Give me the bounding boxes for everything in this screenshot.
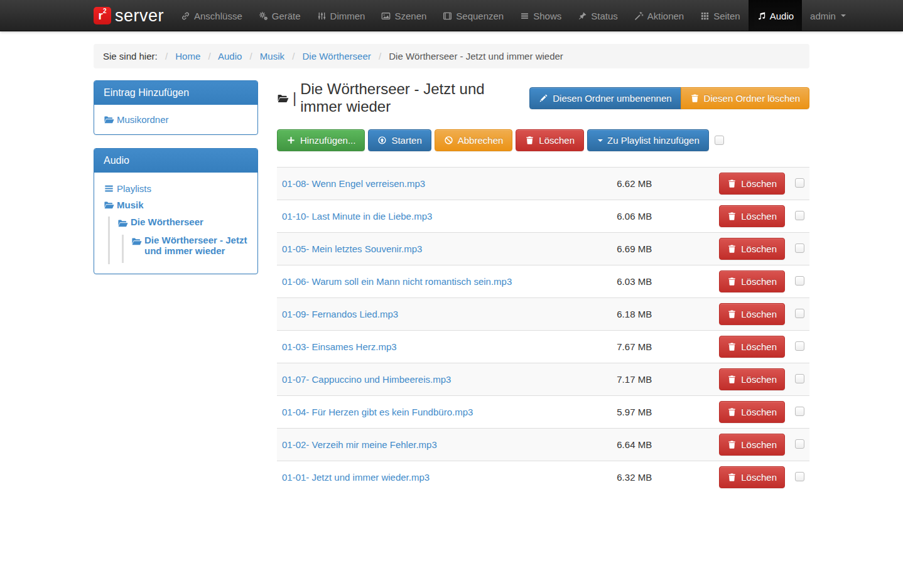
row-checkbox[interactable]: [795, 178, 804, 188]
trash-icon: [727, 407, 737, 417]
row-delete-button[interactable]: Löschen: [719, 336, 785, 358]
trash-icon: [727, 375, 737, 384]
sidebar-item-musik[interactable]: Musik: [104, 200, 248, 210]
row-delete-button[interactable]: Löschen: [719, 434, 785, 456]
breadcrumb: Sie sind hier: / Home / Audio / Musik / …: [94, 44, 809, 68]
trash-icon: [690, 94, 700, 103]
file-link[interactable]: 01-03- Einsames Herz.mp3: [282, 341, 397, 352]
trash-icon: [727, 179, 737, 188]
file-size: 6.18 MB: [612, 298, 714, 331]
sidebar: Eintrag Hinzufügen Musikordner Audio Pla…: [94, 80, 258, 287]
folder-actions: Diesen Ordner umbenennen Diesen Ordner l…: [529, 87, 809, 109]
list-icon: [520, 11, 529, 21]
pushpin-icon: [578, 11, 587, 21]
nav-item-dimmen[interactable]: Dimmen: [309, 0, 374, 31]
file-link[interactable]: 01-01- Jetzt und immer wieder.mp3: [282, 472, 430, 483]
breadcrumb-home[interactable]: Home: [175, 51, 200, 61]
row-delete-button[interactable]: Löschen: [719, 368, 785, 390]
delete-selected-button[interactable]: Löschen: [516, 129, 584, 151]
table-row: 01-02- Verzeih mir meine Fehler.mp3 6.64…: [277, 429, 809, 461]
row-checkbox[interactable]: [795, 243, 804, 253]
table-row: 01-04- Für Herzen gibt es kein Fundbüro.…: [277, 396, 809, 429]
row-delete-button-label: Löschen: [741, 407, 777, 417]
row-checkbox[interactable]: [795, 374, 804, 383]
row-delete-button-label: Löschen: [741, 178, 777, 189]
table-row: 01-10- Last Minute in die Liebe.mp3 6.06…: [277, 200, 809, 233]
page-title: | Die Wörtherseer - Jetzt und immer wied…: [277, 80, 529, 115]
folder-open-icon: [104, 114, 114, 125]
row-delete-button[interactable]: Löschen: [719, 401, 785, 423]
nav-item-anschluesse[interactable]: Anschlüsse: [173, 0, 251, 31]
brand-logo[interactable]: r2 server: [94, 0, 173, 31]
sidebar-item-die-woertherseer[interactable]: Die Wörtherseer: [117, 216, 248, 228]
file-link[interactable]: 01-04- Für Herzen gibt es kein Fundbüro.…: [282, 407, 473, 417]
trash-icon: [727, 244, 737, 254]
nav-item-shows[interactable]: Shows: [512, 0, 570, 31]
file-size: 6.64 MB: [612, 429, 714, 461]
file-link[interactable]: 01-07- Cappuccino und Himbeereis.mp3: [282, 374, 451, 385]
trash-icon: [727, 342, 737, 351]
select-all-checkbox[interactable]: [715, 136, 724, 145]
row-checkbox[interactable]: [795, 309, 804, 318]
file-size: 6.32 MB: [612, 461, 714, 494]
add-entry-panel-title: Eintrag Hinzufügen: [94, 81, 257, 105]
rename-folder-button[interactable]: Diesen Ordner umbenennen: [529, 87, 681, 109]
gears-icon: [259, 11, 268, 21]
nav-item-sequenzen[interactable]: Sequenzen: [435, 0, 512, 31]
music-note-icon: [757, 11, 766, 21]
nav-item-szenen[interactable]: Szenen: [373, 0, 435, 31]
start-button[interactable]: Starten: [368, 129, 431, 151]
arrow-circle-up-icon: [377, 136, 387, 145]
file-size: 6.62 MB: [612, 168, 714, 200]
row-delete-button[interactable]: Löschen: [719, 270, 785, 292]
add-files-button[interactable]: Hinzufügen...: [277, 129, 365, 151]
nav-item-seiten[interactable]: Seiten: [692, 0, 749, 31]
delete-folder-button[interactable]: Diesen Ordner löschen: [681, 87, 809, 109]
file-size: 6.69 MB: [612, 233, 714, 265]
file-link[interactable]: 01-02- Verzeih mir meine Fehler.mp3: [282, 439, 437, 450]
file-link[interactable]: 01-05- Mein letztes Souvenir.mp3: [282, 243, 422, 254]
trash-icon: [525, 136, 534, 145]
row-checkbox[interactable]: [795, 407, 804, 416]
add-entry-panel: Eintrag Hinzufügen Musikordner: [94, 80, 258, 135]
breadcrumb-audio[interactable]: Audio: [218, 51, 242, 61]
sidebar-item-playlists[interactable]: Playlists: [104, 183, 248, 194]
ban-icon: [444, 136, 453, 145]
pencil-icon: [539, 94, 548, 103]
cancel-button[interactable]: Abbrechen: [435, 129, 513, 151]
nav-item-status[interactable]: Status: [570, 0, 626, 31]
row-delete-button[interactable]: Löschen: [719, 238, 785, 260]
file-link[interactable]: 01-08- Wenn Engel verreisen.mp3: [282, 178, 425, 189]
sidebar-item-jetzt-und-immer-wieder[interactable]: Die Wörtherseer - Jetzt und immer wieder: [131, 235, 248, 256]
row-delete-button[interactable]: Löschen: [719, 205, 785, 227]
row-checkbox[interactable]: [795, 276, 804, 286]
folder-open-icon: [277, 91, 289, 105]
add-to-playlist-dropdown[interactable]: Zu Playlist hinzufügen: [587, 129, 709, 151]
breadcrumb-woertherseer[interactable]: Die Wörtherseer: [303, 51, 371, 61]
file-link[interactable]: 01-09- Fernandos Lied.mp3: [282, 309, 398, 319]
row-delete-button[interactable]: Löschen: [719, 466, 785, 488]
page-title-text: Die Wörtherseer - Jetzt und immer wieder: [300, 80, 529, 115]
row-delete-button-label: Löschen: [741, 439, 777, 450]
nav-item-audio[interactable]: Audio: [749, 0, 802, 31]
file-link[interactable]: 01-06- Warum soll ein Mann nicht romanti…: [282, 276, 512, 287]
row-delete-button-label: Löschen: [741, 309, 777, 319]
row-checkbox[interactable]: [795, 439, 804, 449]
row-delete-button[interactable]: Löschen: [719, 303, 785, 325]
user-menu-admin[interactable]: admin: [802, 0, 854, 31]
picture-icon: [381, 11, 391, 21]
breadcrumb-musik[interactable]: Musik: [260, 51, 284, 61]
folder-open-icon: [131, 236, 142, 247]
row-checkbox[interactable]: [795, 211, 804, 220]
nav-item-geraete[interactable]: Geräte: [251, 0, 309, 31]
nav-item-aktionen[interactable]: Aktionen: [626, 0, 692, 31]
table-row: 01-07- Cappuccino und Himbeereis.mp3 7.1…: [277, 363, 809, 396]
row-checkbox[interactable]: [795, 472, 804, 481]
row-delete-button[interactable]: Löschen: [719, 173, 785, 195]
file-link[interactable]: 01-10- Last Minute in die Liebe.mp3: [282, 211, 432, 222]
trash-icon: [727, 277, 737, 286]
sliders-icon: [317, 11, 327, 21]
top-navbar: r2 server Anschlüsse Geräte Dimmen Szene…: [0, 0, 903, 31]
sidebar-item-musikordner[interactable]: Musikordner: [104, 114, 248, 125]
row-checkbox[interactable]: [795, 341, 804, 351]
